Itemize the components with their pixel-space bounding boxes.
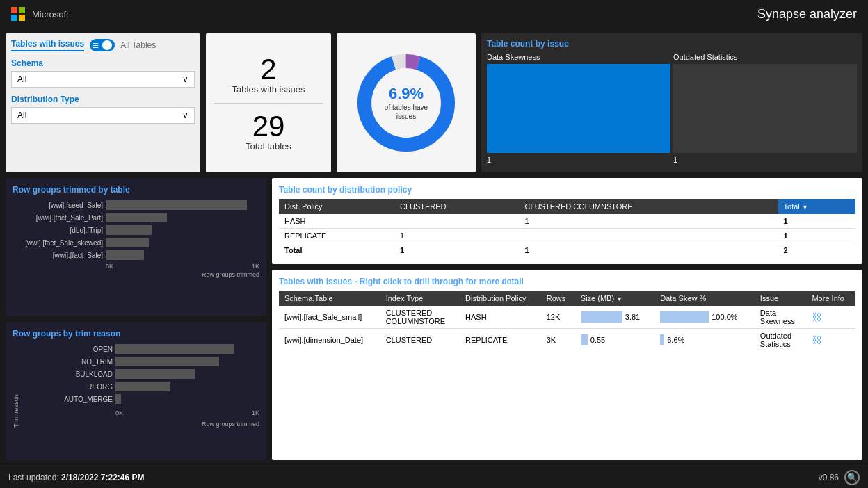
footer: Last updated: 2/18/2022 7:22:46 PM v0.86… (0, 466, 868, 488)
bar-label: AUTO_MERGE (22, 396, 113, 403)
schema-table-1: [wwi].[fact_Sale_small] (279, 306, 380, 329)
col-size-mb: Size (MB) ▼ (575, 291, 654, 306)
sort-icon[interactable]: ▼ (802, 204, 808, 211)
issue-2: OutdatedStatistics (755, 329, 807, 352)
bar-label: REORG (22, 383, 113, 391)
size-bar (581, 311, 622, 323)
size-2: 0.55 (575, 329, 654, 352)
y-axis-label: Trim reason (13, 344, 19, 428)
row-groups-by-table-panel: Row groups trimmed by table [wwi].[seed_… (6, 178, 266, 316)
bar-track (106, 200, 259, 210)
stats-panel: 2 Tables with issues 29 Total tables (206, 33, 331, 172)
dist-row: REPLICATE 1 1 (279, 229, 855, 243)
tables-with-issues-number: 2 (214, 55, 323, 84)
size-val: 3.81 (625, 313, 640, 321)
bar-label: OPEN (22, 345, 113, 353)
replicate-cs (520, 229, 778, 243)
bar-row: [wwi].[seed_Sale] (13, 200, 259, 210)
issue-row: [wwi].[dimension_Date] CLUSTERED REPLICA… (279, 329, 855, 352)
bar-row: [wwi].[fact_Sale] (13, 250, 259, 260)
policy-replicate: REPLICATE (279, 229, 394, 243)
more-info-2[interactable]: ⛓ (806, 329, 855, 352)
data-skewness-col: Data Skewness 1 (487, 53, 670, 164)
bar-row: [dbo].[Trip] (13, 225, 259, 235)
schema-table-2: [wwi].[dimension_Date] (279, 329, 380, 352)
skew-bar (660, 311, 709, 323)
toggle-knob (102, 40, 112, 50)
dist-total-row: Total 1 1 2 (279, 243, 855, 258)
bar-track (106, 238, 259, 247)
issues-table: Schema.Table Index Type Distribution Pol… (279, 291, 855, 351)
schema-label: Schema (11, 58, 195, 68)
bar-label: [wwi].[fact_Sale_Part] (13, 214, 103, 222)
footer-left: Last updated: 2/18/2022 7:22:46 PM (8, 473, 145, 482)
footer-right: v0.86 🔍 (819, 470, 860, 485)
data-skewness-bar (487, 64, 670, 153)
dist-type-select[interactable]: All ∨ (11, 107, 195, 124)
size-bar (581, 334, 588, 345)
dist-row: HASH 1 1 (279, 214, 855, 229)
bar-fill (115, 369, 195, 379)
dist-policy-table: Dist. Policy CLUSTERED CLUSTERED COLUMNS… (279, 199, 855, 257)
bar-row: [wwi].[fact_Sale_skewed] (13, 238, 259, 247)
schema-select[interactable]: All ∨ (11, 71, 195, 88)
data-skewness-label: Data Skewness (487, 53, 670, 61)
skew-bar-cell: 100.0% (660, 311, 749, 323)
hash-cs: 1 (520, 214, 778, 229)
header-left: Microsoft (11, 7, 69, 21)
total-label: Total (279, 243, 394, 258)
outdated-stats-count: 1 (673, 156, 857, 164)
col-clustered-cs: CLUSTERED COLUMNSTORE (520, 199, 778, 214)
hash-total: 1 (778, 214, 855, 229)
bar-row: [wwi].[fact_Sale_Part] (13, 213, 259, 222)
row-groups-table-chart: [wwi].[seed_Sale] [wwi].[fact_Sale_Part]… (13, 200, 259, 260)
x-start: 0K (115, 409, 123, 416)
rows-2: 3K (541, 329, 575, 352)
bar-fill (106, 225, 152, 235)
tab-all-tables[interactable]: All Tables (120, 40, 156, 50)
microsoft-logo (11, 7, 25, 21)
total-tables-stat: 29 Total tables (214, 112, 323, 152)
issue-chart-panel: Table count by issue Data Skewness 1 Out… (481, 33, 862, 172)
col-index-type: Index Type (380, 291, 460, 306)
stat-divider (214, 103, 323, 104)
bar-track (115, 344, 259, 354)
total-tables-label: Total tables (214, 141, 323, 152)
toggle-switch[interactable]: ☰ (90, 39, 115, 51)
col-dist-policy: Distribution Policy (460, 291, 541, 306)
filter-panel: Tables with issues ☰ All Tables Schema A… (6, 33, 200, 172)
bar-label: [dbo].[Trip] (13, 227, 103, 234)
bar-track (115, 369, 259, 379)
search-icon[interactable]: 🔍 (844, 470, 860, 485)
issues-title: Tables with issues - Right click to dril… (279, 277, 855, 286)
bar-track (106, 225, 259, 235)
bar-row: NO_TRIM (22, 357, 259, 366)
tab-tables-with-issues[interactable]: Tables with issues (11, 39, 84, 51)
dist-policy-2: REPLICATE (460, 329, 541, 352)
bar-label: [wwi].[seed_Sale] (13, 202, 103, 209)
size-bar-cell: 0.55 (581, 334, 649, 345)
bar-label: [wwi].[fact_Sale] (13, 252, 103, 259)
row-groups-by-reason-panel: Row groups by trim reason Trim reason OP… (6, 322, 266, 460)
dist-policy-1: HASH (460, 306, 541, 329)
link-icon[interactable]: ⛓ (812, 311, 821, 323)
schema-value: All (17, 74, 26, 84)
bar-label: BULKLOAD (22, 371, 113, 378)
bar-label: NO_TRIM (22, 358, 113, 366)
header: Microsoft Synapse analyzer (0, 0, 868, 28)
dist-policy-title: Table count by distribution policy (279, 185, 855, 195)
bar-fill (115, 382, 170, 391)
skew-1: 100.0% (654, 306, 755, 329)
col-dist-policy: Dist. Policy (279, 199, 394, 214)
row-groups-reason-title: Row groups by trim reason (13, 329, 259, 339)
main-content: Tables with issues ☰ All Tables Schema A… (0, 28, 868, 466)
size-sort-icon[interactable]: ▼ (616, 295, 622, 302)
total-tables-number: 29 (214, 112, 323, 141)
link-icon[interactable]: ⛓ (812, 334, 821, 345)
bar-row: OPEN (22, 344, 259, 354)
col-clustered: CLUSTERED (394, 199, 520, 214)
more-info-1[interactable]: ⛓ (806, 306, 855, 329)
dist-type-value: All (17, 111, 26, 120)
x-end: 1K (252, 263, 259, 270)
bar-track (106, 213, 259, 222)
